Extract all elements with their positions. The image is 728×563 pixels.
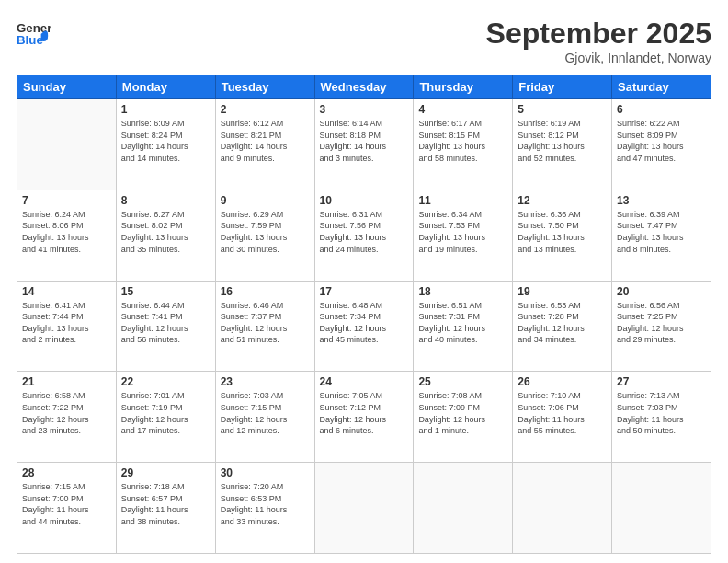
day-number: 4 [418, 103, 507, 116]
table-row: 17Sunrise: 6:48 AMSunset: 7:34 PMDayligh… [314, 281, 414, 372]
col-wednesday: Wednesday [314, 75, 414, 99]
calendar-header-row: Sunday Monday Tuesday Wednesday Thursday… [17, 75, 711, 99]
col-tuesday: Tuesday [215, 75, 314, 99]
table-row: 15Sunrise: 6:44 AMSunset: 7:41 PMDayligh… [116, 281, 215, 372]
day-number: 26 [518, 375, 607, 388]
day-number: 19 [518, 285, 607, 298]
calendar-week-row: 7Sunrise: 6:24 AMSunset: 8:06 PMDaylight… [17, 190, 711, 281]
day-number: 23 [221, 375, 310, 388]
day-info: Sunrise: 6:17 AMSunset: 8:15 PMDaylight:… [418, 118, 507, 164]
table-row: 7Sunrise: 6:24 AMSunset: 8:06 PMDaylight… [17, 190, 117, 281]
day-number: 15 [121, 285, 210, 298]
svg-text:Blue: Blue [17, 33, 43, 47]
day-info: Sunrise: 6:44 AMSunset: 7:41 PMDaylight:… [121, 300, 210, 346]
table-row: 20Sunrise: 6:56 AMSunset: 7:25 PMDayligh… [612, 281, 711, 372]
day-info: Sunrise: 6:29 AMSunset: 7:59 PMDaylight:… [221, 209, 310, 255]
table-row: 10Sunrise: 6:31 AMSunset: 7:56 PMDayligh… [314, 190, 414, 281]
table-row: 13Sunrise: 6:39 AMSunset: 7:47 PMDayligh… [612, 190, 711, 281]
calendar-week-row: 14Sunrise: 6:41 AMSunset: 7:44 PMDayligh… [17, 281, 711, 372]
day-number: 12 [518, 194, 607, 207]
day-info: Sunrise: 7:18 AMSunset: 6:57 PMDaylight:… [121, 481, 210, 527]
table-row: 16Sunrise: 6:46 AMSunset: 7:37 PMDayligh… [215, 281, 314, 372]
table-row: 27Sunrise: 7:13 AMSunset: 7:03 PMDayligh… [612, 372, 711, 463]
table-row: 11Sunrise: 6:34 AMSunset: 7:53 PMDayligh… [414, 190, 513, 281]
day-number: 14 [22, 285, 111, 298]
day-number: 7 [22, 194, 111, 207]
day-number: 10 [320, 194, 409, 207]
day-info: Sunrise: 7:13 AMSunset: 7:03 PMDaylight:… [617, 390, 706, 436]
day-number: 30 [221, 466, 310, 479]
day-info: Sunrise: 6:39 AMSunset: 7:47 PMDaylight:… [617, 209, 706, 255]
day-info: Sunrise: 6:56 AMSunset: 7:25 PMDaylight:… [617, 300, 706, 346]
day-info: Sunrise: 6:48 AMSunset: 7:34 PMDaylight:… [320, 300, 409, 346]
table-row: 29Sunrise: 7:18 AMSunset: 6:57 PMDayligh… [116, 463, 215, 554]
col-monday: Monday [116, 75, 215, 99]
day-info: Sunrise: 6:53 AMSunset: 7:28 PMDaylight:… [518, 300, 607, 346]
day-info: Sunrise: 6:58 AMSunset: 7:22 PMDaylight:… [22, 390, 111, 436]
table-row: 26Sunrise: 7:10 AMSunset: 7:06 PMDayligh… [513, 372, 612, 463]
day-number: 2 [221, 103, 310, 116]
day-number: 18 [418, 285, 507, 298]
day-number: 16 [221, 285, 310, 298]
table-row [314, 463, 414, 554]
table-row: 25Sunrise: 7:08 AMSunset: 7:09 PMDayligh… [414, 372, 513, 463]
col-friday: Friday [513, 75, 612, 99]
day-info: Sunrise: 6:19 AMSunset: 8:12 PMDaylight:… [518, 118, 607, 164]
day-number: 20 [617, 285, 706, 298]
day-info: Sunrise: 7:08 AMSunset: 7:09 PMDaylight:… [418, 390, 507, 436]
day-info: Sunrise: 7:03 AMSunset: 7:15 PMDaylight:… [221, 390, 310, 436]
calendar-subtitle: Gjovik, Innlandet, Norway [486, 51, 711, 65]
day-info: Sunrise: 6:09 AMSunset: 8:24 PMDaylight:… [121, 118, 210, 164]
calendar-table: Sunday Monday Tuesday Wednesday Thursday… [17, 75, 711, 554]
logo: General Blue [17, 17, 51, 52]
day-number: 21 [22, 375, 111, 388]
calendar-week-row: 1Sunrise: 6:09 AMSunset: 8:24 PMDaylight… [17, 99, 711, 190]
col-thursday: Thursday [414, 75, 513, 99]
day-number: 25 [418, 375, 507, 388]
table-row: 8Sunrise: 6:27 AMSunset: 8:02 PMDaylight… [116, 190, 215, 281]
table-row: 4Sunrise: 6:17 AMSunset: 8:15 PMDaylight… [414, 99, 513, 190]
day-number: 28 [22, 466, 111, 479]
day-number: 9 [221, 194, 310, 207]
day-number: 8 [121, 194, 210, 207]
day-info: Sunrise: 6:41 AMSunset: 7:44 PMDaylight:… [22, 300, 111, 346]
title-block: September 2025 Gjovik, Innlandet, Norway [486, 17, 711, 65]
col-sunday: Sunday [17, 75, 117, 99]
day-number: 27 [617, 375, 706, 388]
day-number: 13 [617, 194, 706, 207]
day-number: 6 [617, 103, 706, 116]
day-number: 11 [418, 194, 507, 207]
day-info: Sunrise: 7:20 AMSunset: 6:53 PMDaylight:… [221, 481, 310, 527]
table-row: 24Sunrise: 7:05 AMSunset: 7:12 PMDayligh… [314, 372, 414, 463]
calendar-week-row: 21Sunrise: 6:58 AMSunset: 7:22 PMDayligh… [17, 372, 711, 463]
table-row: 14Sunrise: 6:41 AMSunset: 7:44 PMDayligh… [17, 281, 117, 372]
day-info: Sunrise: 6:22 AMSunset: 8:09 PMDaylight:… [617, 118, 706, 164]
day-info: Sunrise: 6:34 AMSunset: 7:53 PMDaylight:… [418, 209, 507, 255]
day-info: Sunrise: 7:10 AMSunset: 7:06 PMDaylight:… [518, 390, 607, 436]
day-info: Sunrise: 6:12 AMSunset: 8:21 PMDaylight:… [221, 118, 310, 164]
day-info: Sunrise: 7:15 AMSunset: 7:00 PMDaylight:… [22, 481, 111, 527]
table-row: 9Sunrise: 6:29 AMSunset: 7:59 PMDaylight… [215, 190, 314, 281]
day-number: 1 [121, 103, 210, 116]
day-info: Sunrise: 7:05 AMSunset: 7:12 PMDaylight:… [320, 390, 409, 436]
table-row: 5Sunrise: 6:19 AMSunset: 8:12 PMDaylight… [513, 99, 612, 190]
day-info: Sunrise: 6:14 AMSunset: 8:18 PMDaylight:… [320, 118, 409, 164]
day-number: 17 [320, 285, 409, 298]
table-row: 21Sunrise: 6:58 AMSunset: 7:22 PMDayligh… [17, 372, 117, 463]
calendar-week-row: 28Sunrise: 7:15 AMSunset: 7:00 PMDayligh… [17, 463, 711, 554]
day-number: 29 [121, 466, 210, 479]
table-row: 2Sunrise: 6:12 AMSunset: 8:21 PMDaylight… [215, 99, 314, 190]
table-row [513, 463, 612, 554]
day-info: Sunrise: 6:31 AMSunset: 7:56 PMDaylight:… [320, 209, 409, 255]
table-row: 1Sunrise: 6:09 AMSunset: 8:24 PMDaylight… [116, 99, 215, 190]
table-row: 28Sunrise: 7:15 AMSunset: 7:00 PMDayligh… [17, 463, 117, 554]
day-info: Sunrise: 6:36 AMSunset: 7:50 PMDaylight:… [518, 209, 607, 255]
table-row [612, 463, 711, 554]
table-row: 30Sunrise: 7:20 AMSunset: 6:53 PMDayligh… [215, 463, 314, 554]
table-row: 19Sunrise: 6:53 AMSunset: 7:28 PMDayligh… [513, 281, 612, 372]
table-row: 12Sunrise: 6:36 AMSunset: 7:50 PMDayligh… [513, 190, 612, 281]
day-number: 3 [320, 103, 409, 116]
day-info: Sunrise: 6:27 AMSunset: 8:02 PMDaylight:… [121, 209, 210, 255]
page: General Blue September 2025 Gjovik, Innl… [0, 0, 728, 563]
col-saturday: Saturday [612, 75, 711, 99]
